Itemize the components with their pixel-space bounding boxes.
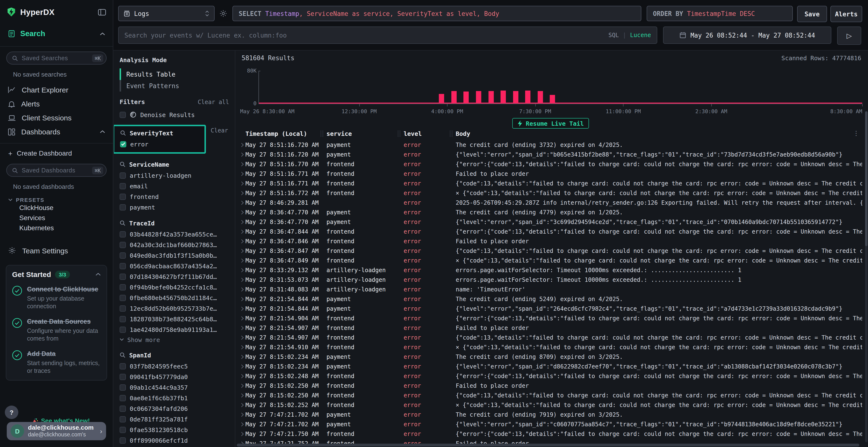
row-expand-chevron-icon[interactable] bbox=[240, 210, 244, 215]
checkbox[interactable] bbox=[120, 111, 126, 118]
row-expand-chevron-icon[interactable] bbox=[240, 297, 244, 301]
sidebar-item-search[interactable]: Search bbox=[0, 25, 113, 42]
table-row[interactable]: May 27 8:21:54.844 AMpaymenterror{"level… bbox=[236, 304, 868, 314]
select-query-input[interactable]: SELECT Timestamp, ServiceName as service… bbox=[232, 6, 641, 21]
checkbox[interactable] bbox=[120, 326, 126, 333]
column-resize-handle[interactable] bbox=[321, 131, 323, 137]
row-expand-chevron-icon[interactable] bbox=[240, 316, 244, 320]
filter-option-03f7b824595feec5[interactable]: 03f7b824595feec5 bbox=[114, 361, 235, 371]
filter-option-payment[interactable]: payment bbox=[114, 202, 235, 212]
row-expand-chevron-icon[interactable] bbox=[240, 393, 244, 398]
filter-option-09ab1c4544c9a357[interactable]: 09ab1c4544c9a357 bbox=[114, 382, 235, 392]
row-expand-chevron-icon[interactable] bbox=[240, 403, 244, 407]
analysis-mode-results-table[interactable]: Results Table bbox=[114, 68, 235, 80]
filter-option-042a30c3dc1baf660b[interactable]: 042a30c3dc1baf660b27863… bbox=[114, 239, 235, 250]
filter-option-0ae8e1f6c6b37fb1[interactable]: 0ae8e1f6c6b37fb1 bbox=[114, 392, 235, 403]
chevron-up-icon[interactable] bbox=[95, 273, 101, 276]
row-expand-chevron-icon[interactable] bbox=[240, 191, 244, 195]
col-header-level[interactable]: level bbox=[404, 130, 422, 137]
filter-option-11c67fe55c0d13fd[interactable]: 11c67fe55c0d13fd bbox=[114, 446, 235, 447]
checkbox[interactable] bbox=[120, 374, 126, 380]
help-button[interactable]: ? bbox=[5, 406, 18, 419]
filter-option-0fbe680eb456750b2d[interactable]: 0fbe680eb456750b2d1184c… bbox=[114, 293, 235, 303]
filter-option-error[interactable]: error bbox=[114, 139, 205, 149]
table-row[interactable]: May 27 8:36:47.847 AMfrontenderror{"code… bbox=[236, 246, 868, 256]
filter-option-07d184304627bf2f11[interactable]: 07d184304627bf2f11b67dd… bbox=[114, 271, 235, 282]
saved-dashboards-input[interactable]: Saved Dashboards ⌘K bbox=[6, 164, 106, 177]
row-expand-chevron-icon[interactable] bbox=[240, 307, 244, 311]
column-menu-icon[interactable]: ⋮ bbox=[853, 130, 859, 137]
row-expand-chevron-icon[interactable] bbox=[240, 345, 244, 349]
filter-option-0f94b9befe0b4252cc[interactable]: 0f94b9befe0b4252ccfa1c8… bbox=[114, 282, 235, 293]
table-row[interactable]: May 27 8:51:16.771 AMfrontenderrorFailed… bbox=[236, 169, 868, 179]
filter-option-frontend[interactable]: frontend bbox=[114, 191, 235, 202]
save-button[interactable]: Save bbox=[797, 6, 827, 22]
analysis-mode-event-patterns[interactable]: Event Patterns bbox=[114, 80, 235, 92]
table-row[interactable]: May 27 8:31:48.083 AMartillery-loadgener… bbox=[236, 285, 868, 294]
checkbox[interactable] bbox=[120, 405, 126, 412]
row-expand-chevron-icon[interactable] bbox=[240, 384, 244, 388]
create-dashboard-button[interactable]: + Create Dashboard bbox=[0, 147, 113, 160]
filter-option-email[interactable]: email bbox=[114, 181, 235, 191]
filter-option-0c0667304fafd206[interactable]: 0c0667304fafd206 bbox=[114, 403, 235, 414]
table-row[interactable]: May 27 8:15:02.234 AMpaymenterrorThe cre… bbox=[236, 352, 868, 362]
row-expand-chevron-icon[interactable] bbox=[240, 143, 244, 147]
table-row[interactable]: May 27 8:51:16.720 AMpaymenterrorThe cre… bbox=[236, 140, 868, 150]
row-expand-chevron-icon[interactable] bbox=[240, 326, 244, 330]
sidebar-item-dashboards[interactable]: Dashboards bbox=[0, 125, 113, 139]
checkbox[interactable] bbox=[120, 363, 126, 369]
row-expand-chevron-icon[interactable] bbox=[240, 422, 244, 426]
row-expand-chevron-icon[interactable] bbox=[240, 249, 244, 253]
row-expand-chevron-icon[interactable] bbox=[240, 259, 244, 263]
table-row[interactable]: May 27 8:36:47.846 AMfrontenderrorFailed… bbox=[236, 237, 868, 246]
checkbox[interactable] bbox=[120, 263, 126, 269]
table-row[interactable]: May 27 8:51:16.772 AMfrontenderror× {"co… bbox=[236, 188, 868, 198]
histogram-bar[interactable] bbox=[452, 91, 457, 104]
checkbox[interactable] bbox=[120, 183, 126, 189]
table-row[interactable]: May 27 8:15:02.250 AMfrontenderrorFailed… bbox=[236, 381, 868, 391]
table-row[interactable]: May 27 8:33:29.132 AMartillery-loadgener… bbox=[236, 265, 868, 275]
sql-toggle[interactable]: SQL bbox=[608, 32, 619, 38]
row-expand-chevron-icon[interactable] bbox=[240, 432, 244, 436]
filter-option-1ae42480d758e9ab91[interactable]: 1ae42480d758e9ab91193a1… bbox=[114, 324, 235, 335]
saved-searches-input[interactable]: Saved Searches ⌘K bbox=[6, 51, 106, 65]
table-row[interactable]: May 27 8:15:02.234 AMpaymenterror{"level… bbox=[236, 362, 868, 371]
checkbox[interactable] bbox=[120, 231, 126, 237]
table-row[interactable]: May 27 8:21:54.907 AMfrontenderror{"code… bbox=[236, 333, 868, 342]
filter-option-0ff8990066efcf1d[interactable]: 0ff8990066efcf1d bbox=[114, 435, 235, 446]
get-started-item[interactable]: Create Data SourcesConfigure where your … bbox=[12, 318, 101, 343]
table-row[interactable]: May 27 8:36:47.849 AMfrontenderror× {"co… bbox=[236, 256, 868, 265]
histogram-bar[interactable] bbox=[537, 91, 543, 104]
horizontal-scrollbar[interactable] bbox=[237, 444, 859, 447]
histogram-bar[interactable] bbox=[550, 95, 555, 104]
preset-link-kubernetes[interactable]: Kubernetes bbox=[0, 223, 113, 233]
table-row[interactable]: May 27 8:51:16.770 AMfrontenderror{"erro… bbox=[236, 160, 868, 169]
chevron-up-icon[interactable] bbox=[100, 32, 105, 35]
checkbox[interactable] bbox=[120, 252, 126, 259]
col-header-timestamp[interactable]: Timestamp (Local) bbox=[245, 130, 307, 137]
event-search-input[interactable]: Search your events w/ Lucene ex. column:… bbox=[118, 27, 657, 44]
table-row[interactable]: May 27 8:51:16.720 AMpaymenterror{"level… bbox=[236, 150, 868, 160]
sidebar-collapse-icon[interactable] bbox=[98, 8, 106, 16]
row-expand-chevron-icon[interactable] bbox=[240, 220, 244, 224]
filter-option-03b44828f42a3573ea[interactable]: 03b44828f42a3573ea655ce… bbox=[114, 229, 235, 239]
filter-option-artilleryloadgen[interactable]: artillery-loadgen bbox=[114, 170, 235, 181]
checkbox[interactable] bbox=[120, 305, 126, 311]
checkbox[interactable] bbox=[120, 384, 126, 390]
clear-all-filters-link[interactable]: Clear all bbox=[198, 99, 229, 105]
alerts-button[interactable]: Alerts bbox=[830, 6, 862, 22]
denoise-results-checkbox[interactable]: Denoise Results bbox=[114, 109, 235, 120]
checkbox[interactable] bbox=[120, 316, 126, 322]
table-row[interactable]: May 27 8:36:47.844 AMfrontenderror{"erro… bbox=[236, 227, 868, 237]
source-select[interactable]: Logs bbox=[118, 6, 215, 21]
row-expand-chevron-icon[interactable] bbox=[240, 153, 244, 157]
table-row[interactable]: May 27 8:46:29.281 AMerror2025-05-26T09:… bbox=[236, 198, 868, 208]
preset-link-clickhouse[interactable]: ClickHouse bbox=[0, 203, 113, 213]
checkbox[interactable] bbox=[120, 395, 126, 401]
filter-option-0de781ff325a781f[interactable]: 0de781ff325a781f bbox=[114, 414, 235, 424]
checkbox[interactable] bbox=[120, 194, 126, 200]
table-row[interactable]: May 27 8:36:47.770 AMpaymenterror{"level… bbox=[236, 217, 868, 227]
show-more-link[interactable]: Show more bbox=[114, 335, 235, 344]
column-resize-handle[interactable] bbox=[398, 131, 400, 137]
table-row[interactable]: May 27 8:31:53.073 AMartillery-loadgener… bbox=[236, 275, 868, 285]
